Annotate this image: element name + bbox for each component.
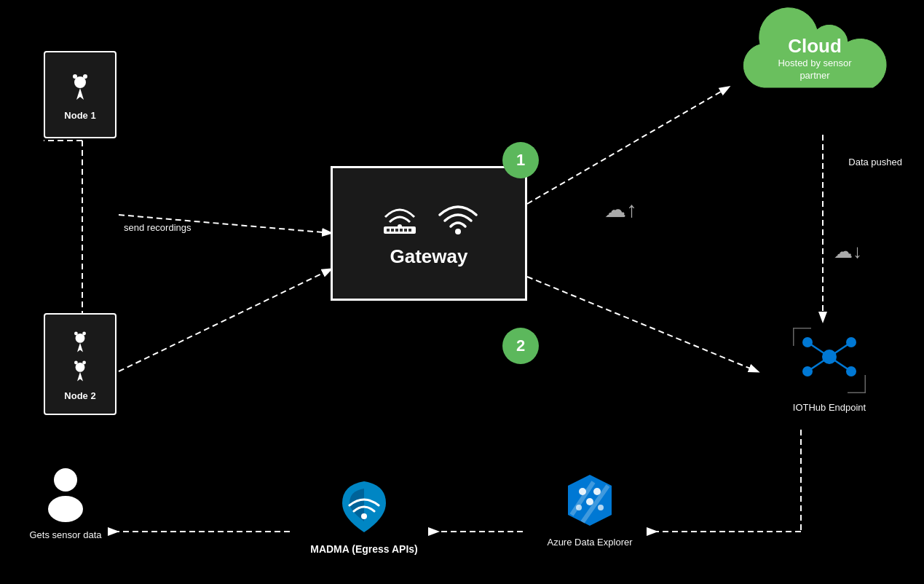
madma-label: MADMA (Egress APIs) (291, 543, 437, 555)
iothub-label: IOTHub Endpoint (778, 402, 880, 413)
node2-box: Node 2 (44, 313, 117, 415)
cloud-subtitle: Hosted by sensor partner (771, 58, 858, 82)
azure-icon (561, 471, 619, 529)
node1-label: Node 1 (64, 110, 95, 121)
svg-rect-31 (404, 229, 407, 232)
diagram: Cloud Hosted by sensor partner Data push… (0, 0, 924, 584)
svg-rect-27 (387, 229, 390, 232)
svg-point-20 (82, 331, 86, 335)
step2-circle: 2 (502, 328, 539, 364)
cloud-text: Cloud Hosted by sensor partner (771, 35, 858, 82)
svg-rect-28 (391, 229, 394, 232)
user-container: Gets sensor data (22, 464, 109, 540)
node1-box: Node 1 (44, 51, 117, 138)
step1-circle: 1 (502, 142, 539, 178)
wifi-icon (436, 199, 480, 235)
svg-line-7 (527, 277, 757, 371)
node2-icon-top (66, 328, 95, 357)
svg-point-23 (74, 360, 78, 364)
svg-point-33 (455, 229, 461, 234)
node2-icon-bottom (66, 357, 95, 386)
svg-rect-29 (395, 229, 398, 232)
node2-label: Node 2 (64, 390, 95, 401)
svg-point-16 (83, 74, 87, 79)
svg-marker-14 (76, 88, 84, 100)
data-pushed-label: Data pushed (848, 157, 902, 167)
gateway-box: Gateway (331, 166, 527, 301)
svg-line-1 (119, 269, 331, 371)
iothub-container: IOTHub Endpoint (778, 328, 880, 413)
cloud-container: Cloud Hosted by sensor partner (720, 7, 909, 109)
svg-point-19 (74, 331, 78, 335)
download-cloud-icon: ☁↓ (834, 240, 862, 263)
user-label: Gets sensor data (22, 529, 109, 540)
svg-point-43 (54, 468, 77, 492)
svg-line-40 (829, 342, 851, 357)
azure-label: Azure Data Explorer (524, 537, 655, 548)
azure-container: Azure Data Explorer (524, 471, 655, 548)
node1-icon (62, 69, 98, 106)
cloud-title: Cloud (771, 35, 858, 58)
svg-line-41 (807, 357, 829, 371)
router-icon (378, 199, 422, 235)
gateway-label: Gateway (390, 245, 468, 268)
svg-rect-32 (408, 229, 411, 232)
svg-marker-18 (77, 342, 83, 352)
gateway-icons (378, 199, 480, 235)
cloud-shape: Cloud Hosted by sensor partner (727, 7, 902, 109)
send-recordings-label: send recordings (124, 222, 191, 233)
svg-point-45 (361, 513, 367, 519)
svg-line-6 (527, 87, 728, 204)
svg-point-44 (48, 496, 83, 522)
svg-point-24 (82, 360, 86, 364)
iothub-icon (793, 328, 866, 393)
step1-number: 1 (516, 151, 525, 170)
step2-number: 2 (516, 336, 525, 355)
svg-point-51 (598, 505, 604, 510)
svg-line-42 (829, 357, 851, 371)
madma-container: MADMA (Egress APIs) (291, 478, 437, 555)
upload-cloud-icon: ☁↑ (604, 197, 637, 222)
madma-icon (335, 478, 393, 536)
svg-point-15 (73, 74, 77, 79)
svg-rect-30 (400, 229, 403, 232)
svg-line-39 (807, 342, 829, 357)
svg-marker-22 (77, 371, 83, 381)
user-icon (40, 464, 91, 522)
